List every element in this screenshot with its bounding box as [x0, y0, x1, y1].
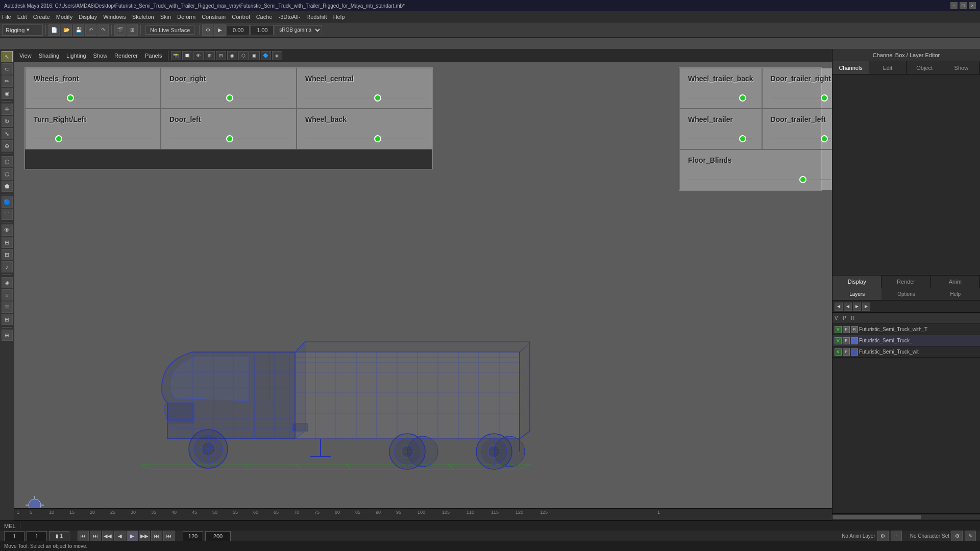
rig-dot-wheels-front[interactable]	[67, 94, 74, 102]
playblast-button[interactable]: ▶	[214, 24, 226, 36]
view-icon-10[interactable]: ◈	[272, 51, 282, 60]
back-button[interactable]: ◀	[114, 531, 126, 542]
hypershade-button[interactable]: ◈	[2, 277, 13, 288]
skip-end-button[interactable]: ⏮	[163, 531, 175, 542]
max-frame-input[interactable]	[205, 531, 231, 541]
tab-display[interactable]: Display	[832, 276, 881, 288]
rig-slider-door-left[interactable]	[169, 135, 288, 143]
menu-cache[interactable]: Cache	[256, 14, 273, 20]
minimize-button[interactable]: −	[950, 2, 958, 9]
layer-vis-3[interactable]: V	[835, 348, 842, 356]
scale-tool-button[interactable]: ⤡	[2, 128, 13, 139]
timeline-area[interactable]: 1 5 10 15 20 25 30 35 40 45 50 55 60 65 …	[14, 508, 832, 520]
view-menu-shading[interactable]: Shading	[36, 53, 62, 59]
undo-button[interactable]: ↶	[85, 24, 96, 36]
lasso-select-button[interactable]: ⊂	[2, 63, 13, 74]
menu-3dtoll[interactable]: -3DtoAll-	[278, 14, 300, 20]
viewport-canvas[interactable]: Wheels_front Door_right	[14, 62, 832, 520]
menu-file[interactable]: File	[2, 14, 11, 20]
rig-slider-dtr[interactable]	[771, 94, 831, 102]
rig-slider-door-right[interactable]	[169, 94, 288, 102]
tab-anim[interactable]: Anim	[931, 276, 980, 288]
view-icon-3[interactable]: 👁	[193, 51, 204, 60]
layer-p-1[interactable]: P	[843, 326, 850, 333]
layer-p-2[interactable]: P	[843, 337, 850, 344]
rig-slider-wheel-back[interactable]	[305, 135, 424, 143]
menu-edit[interactable]: Edit	[17, 14, 27, 20]
layer-next[interactable]: ▶	[853, 303, 861, 311]
redo-button[interactable]: ↷	[97, 24, 109, 36]
menu-redshift[interactable]: Redshift	[306, 14, 327, 20]
menu-skeleton[interactable]: Skeleton	[132, 14, 154, 20]
menu-deform[interactable]: Deform	[177, 14, 195, 20]
current-frame-input[interactable]	[27, 531, 47, 541]
view-menu-renderer[interactable]: Renderer	[111, 53, 141, 59]
menu-skin[interactable]: Skin	[160, 14, 171, 20]
tab-show[interactable]: Show	[943, 61, 980, 74]
tab-options[interactable]: Options	[881, 288, 930, 300]
time-input-2[interactable]	[251, 25, 274, 35]
layer-prev[interactable]: ◀	[844, 303, 852, 311]
tab-channels[interactable]: Channels	[832, 61, 869, 74]
rig-slider-wheels-front[interactable]	[34, 94, 152, 102]
menu-modify[interactable]: Modify	[56, 14, 72, 20]
bridge-button[interactable]: ⬟	[2, 181, 13, 192]
rig-dot-dtr[interactable]	[821, 94, 828, 102]
rig-dot-wt[interactable]	[739, 135, 746, 142]
view-icon-2[interactable]: 🔲	[182, 51, 192, 60]
skip-start-button[interactable]: ⏮	[78, 531, 89, 542]
mel-input[interactable]	[24, 523, 976, 529]
rig-dot-turn[interactable]	[55, 135, 62, 142]
tab-edit[interactable]: Edit	[869, 61, 906, 74]
rig-dot-door-right[interactable]	[226, 94, 233, 102]
menu-constrain[interactable]: Constrain	[202, 14, 226, 20]
tab-layers[interactable]: Layers	[832, 288, 881, 300]
attribute-editor-button[interactable]: ≣	[2, 302, 13, 313]
rig-dot-dtl[interactable]	[821, 135, 828, 142]
show-hide-button[interactable]: 👁	[2, 224, 13, 236]
channel-box-button[interactable]: ⊞	[2, 314, 13, 325]
new-scene-button[interactable]: 📄	[48, 24, 60, 36]
next-frame-button[interactable]: ⏭	[151, 531, 162, 542]
menu-control[interactable]: Control	[232, 14, 250, 20]
end-frame-input[interactable]	[183, 531, 203, 541]
step-back-button[interactable]: ⏭	[90, 531, 101, 542]
maximize-button[interactable]: □	[960, 2, 967, 9]
rig-dot-fb[interactable]	[799, 176, 806, 183]
rig-slider-fb[interactable]	[688, 176, 831, 184]
gamma-select[interactable]: sRGB gamma	[275, 25, 322, 35]
layer-vis-1[interactable]: V	[835, 326, 842, 333]
menu-windows[interactable]: Windows	[103, 14, 126, 20]
anim-layer-settings-button[interactable]: ⚙	[877, 531, 889, 542]
universal-manip-button[interactable]: ⊕	[2, 140, 13, 152]
start-frame-input[interactable]	[4, 531, 24, 541]
menu-help[interactable]: Help	[333, 14, 345, 20]
rig-dot-wheel-central[interactable]	[374, 94, 381, 102]
rig-slider-wheel-central[interactable]	[305, 94, 424, 102]
misc-button[interactable]: ⊕	[2, 330, 13, 341]
anim-layers-button[interactable]: ♪	[2, 261, 13, 272]
rig-slider-wt-back[interactable]	[688, 94, 753, 102]
tab-help-layer[interactable]: Help	[931, 288, 980, 300]
soft-select-button[interactable]: ◉	[2, 88, 13, 99]
close-button[interactable]: ×	[969, 2, 976, 9]
anim-layer-add-button[interactable]: +	[891, 531, 902, 542]
view-icon-9[interactable]: 🔷	[261, 51, 271, 60]
render-button[interactable]: 🎬	[114, 24, 126, 36]
render-layers-button[interactable]: ⊞	[2, 249, 13, 260]
menu-display[interactable]: Display	[79, 14, 97, 20]
snap-grid-button[interactable]: ⊞	[127, 24, 138, 36]
extrude-button[interactable]: ⬡	[2, 156, 13, 167]
view-icon-5[interactable]: ⊟	[216, 51, 226, 60]
bend-button[interactable]: ⌒	[2, 209, 13, 220]
layer-scroll-left[interactable]: ◀	[835, 303, 843, 311]
bevel-button[interactable]: ⬠	[2, 168, 13, 180]
rig-dot-wt-back[interactable]	[739, 94, 746, 102]
render-settings-button[interactable]: ⚙	[202, 24, 213, 36]
move-tool-button[interactable]: ✛	[2, 104, 13, 115]
view-menu-view[interactable]: View	[16, 53, 35, 59]
rotate-tool-button[interactable]: ↻	[2, 116, 13, 127]
view-icon-7[interactable]: ⬡	[238, 51, 249, 60]
prev-frame-button[interactable]: ◀◀	[102, 531, 113, 542]
timeline-ruler[interactable]: 1 5 10 15 20 25 30 35 40 45 50 55 60 65 …	[14, 509, 832, 520]
